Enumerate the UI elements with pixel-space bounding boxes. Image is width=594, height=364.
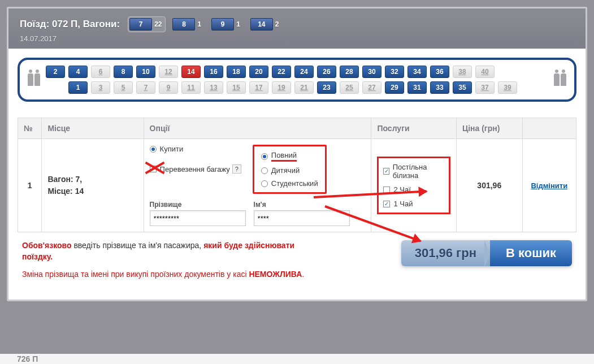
row-num: 1 [18,139,42,232]
seat[interactable]: 22 [272,66,291,78]
person-icon-left [28,73,40,86]
seat[interactable]: 26 [317,66,336,78]
ticket-type-group: Повний Дитячий Студентський [253,145,327,194]
seat: 7 [136,81,155,94]
buy-radio[interactable]: Купити [150,145,241,153]
seat: 38 [453,66,472,78]
seat: 19 [272,81,291,94]
seat: 37 [475,81,495,94]
seat: 13 [204,81,223,94]
firstname-label: Ім'я [254,201,350,209]
seat[interactable]: 23 [317,81,336,94]
lastname-input[interactable] [150,210,246,226]
cancel-link[interactable]: Відмінити [531,181,567,190]
seat: 40 [475,66,495,78]
cart-label: В кошик [490,240,572,266]
seat[interactable]: 28 [340,66,359,78]
seat[interactable]: 30 [362,66,381,78]
th-options: Опції [144,118,371,139]
seat[interactable]: 33 [430,81,449,94]
wagon-item[interactable]: 91 [210,16,244,32]
row-options: Купити Перевезення багажу ? [144,139,371,232]
seat: 27 [362,81,381,94]
seat[interactable]: 1 [68,81,88,94]
seat: 6 [91,66,110,78]
seat[interactable]: 8 [114,66,133,78]
header-date: 14.07.2017 [20,34,574,43]
th-cancel [522,118,576,139]
lastname-label: Прізвище [150,201,246,209]
th-services: Послуги [371,118,457,139]
tea2-checkbox[interactable]: 2 Чаї [383,185,444,194]
row-place: Вагон: 7, Місце: 14 [42,139,144,232]
ticket-child-radio[interactable]: Дитячий [261,166,318,175]
seat: 12 [159,66,178,78]
wagon-item[interactable]: 142 [249,16,283,32]
seat[interactable]: 10 [136,66,155,78]
warning-text: Обов'язково введіть прізвище та ім'я пас… [22,240,316,287]
seat: 15 [227,81,246,94]
ticket-full-radio[interactable]: Повний [261,151,318,162]
passenger-table: № Місце Опції Послуги Ціна (грн) 1 Вагон… [18,118,576,232]
help-button[interactable]: ? [232,164,241,174]
seat[interactable]: 2 [46,66,65,78]
row-price: 301,96 [456,139,522,232]
seat: 3 [91,81,110,94]
wagon-item[interactable]: 722 [128,16,166,32]
seat[interactable]: 18 [227,66,246,78]
seat[interactable]: 4 [68,66,88,78]
th-num: № [18,118,42,139]
firstname-input[interactable] [254,210,350,226]
th-price: Ціна (грн) [456,118,522,139]
person-icon-right [554,73,566,86]
wagon-list: 7228191142 [128,16,282,32]
th-place: Місце [42,118,144,139]
linen-checkbox[interactable]: ✓ Постільна білизна [383,163,444,180]
seat[interactable]: 34 [407,66,427,78]
modal-header: Поїзд: 072 П, Вагони: 7228191142 14.07.2… [8,8,586,49]
seat[interactable]: 31 [407,81,427,94]
tea1-checkbox[interactable]: ✓ 1 Чай [383,200,444,208]
add-to-cart-button[interactable]: 301,96 грн В кошик [401,240,572,266]
cart-total: 301,96 грн [401,240,490,266]
seat[interactable]: 24 [294,66,314,78]
row-services: ✓ Постільна білизна 2 Чаї ✓ 1 Чай [371,139,457,232]
seat: 5 [114,81,133,94]
seat[interactable]: 36 [430,66,449,78]
seat[interactable]: 29 [385,81,404,94]
seat-map: 246810121416182022242628303234363840 135… [18,58,576,102]
bg-content: 726 П [0,354,594,364]
seat[interactable]: 20 [249,66,268,78]
ticket-student-radio[interactable]: Студентський [261,179,318,188]
baggage-checkbox[interactable]: Перевезення багажу [150,165,230,174]
seat[interactable]: 14 [181,66,201,78]
seat[interactable]: 35 [453,81,472,94]
seat: 25 [340,81,359,94]
seat: 9 [159,81,178,94]
seat: 11 [181,81,201,94]
wagon-item[interactable]: 81 [171,16,205,32]
seat: 21 [294,81,314,94]
modal: Поїзд: 072 П, Вагони: 7228191142 14.07.2… [7,7,587,301]
train-label: Поїзд: 072 П, Вагони: [20,19,120,30]
seat[interactable]: 16 [204,66,223,78]
seat[interactable]: 32 [385,66,404,78]
seat: 17 [249,81,268,94]
seat: 39 [498,81,517,94]
